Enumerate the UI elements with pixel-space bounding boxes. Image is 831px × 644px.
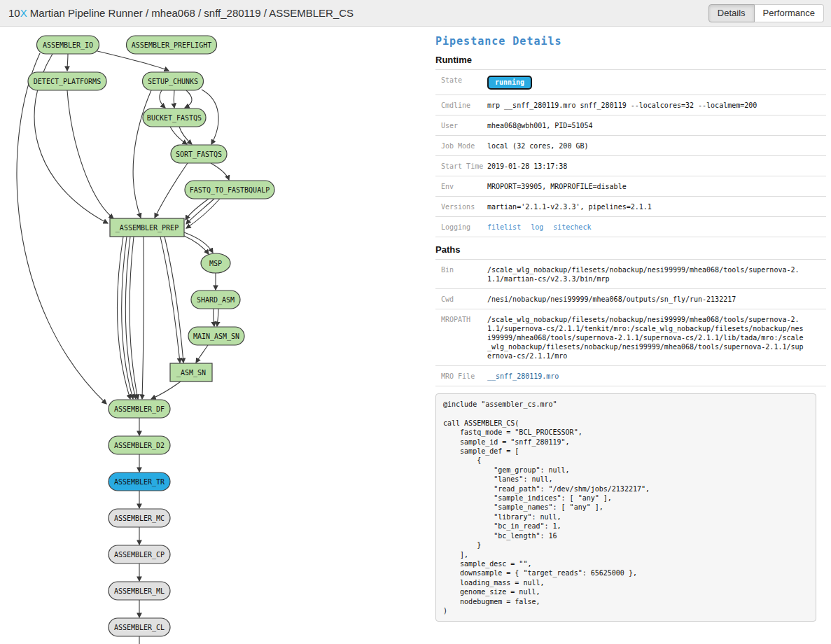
node-fastq-to-fastbqualp[interactable]: FASTQ_TO_FASTBQUALP [185,181,274,199]
node-label: ASSEMBLER_PREFLIGHT [132,41,211,50]
node-label: ASSEMBLER_ML [114,587,165,596]
edge-setup-chunks-to-bucket-fastqs [160,90,165,108]
mro-code-block: @include "assembler_cs.mro" call ASSEMBL… [435,393,816,622]
row-label: MROPATH [441,315,487,360]
row-value: /scale_wlg_nobackup/filesets/nobackup/ne… [487,265,826,284]
node-label: BUCKET_FASTQS [147,114,202,122]
edge-main-asm-sn-to--asm-sn [196,345,208,363]
view-toggle: Details Performance [708,4,824,22]
row-label: User [441,121,487,130]
brand-10: 10 [8,7,20,19]
edge-bucket-fastqs-to-sort-fastqs [179,127,192,144]
edge-assembler-prep-to-msp [184,232,213,253]
row-label: Bin [441,265,487,284]
row-label: Cmdline [441,101,487,110]
detail-row: Versionsmartian='2.1.1-v2.3.3', pipeline… [435,196,826,216]
node-setup-chunks[interactable]: SETUP_CHUNKS [143,72,204,90]
paths-heading: Paths [435,244,826,255]
row-value: /nesi/nobackup/nesi99999/mhea068/outputs… [487,295,826,304]
node-detect-platforms[interactable]: DETECT_PLATFORMS [28,72,106,90]
node-label: ASSEMBLER_D2 [114,442,165,450]
detail-row: Cmdlinemrp __snff_280119.mro snff_280119… [435,94,826,115]
edge-sort-fastqs-to--assembler-prep [155,163,188,218]
node-label: FASTQ_TO_FASTBQUALP [190,186,270,195]
performance-button[interactable]: Performance [755,4,824,22]
edge-bucket-fastqs-to-sort-fastqs [170,127,187,144]
panel-title: Pipestance Details [435,35,826,48]
node-msp[interactable]: MSP [201,253,230,273]
edge-shard-asm-to-main-asm-sn [217,309,218,326]
row-label: Start Time [441,162,487,171]
node-label: _ASSEMBLER_PREP [116,224,179,232]
row-value: martian='2.1.1-v2.3.3', pipelines=2.1.1 [487,202,826,211]
detail-row: Usermhea068@wbh001, PID=51054 [435,115,826,135]
node-assembler-tr[interactable]: ASSEMBLER_TR [109,472,170,491]
edge-shard-asm-to-main-asm-sn [214,309,214,326]
node-bucket-fastqs[interactable]: BUCKET_FASTQS [143,108,206,127]
node-label: MSP [209,260,222,267]
detail-row: Staterunning [435,69,826,94]
edge-asm-sn-to-assembler-df [151,382,181,399]
node-label: ASSEMBLER_IO [43,41,93,50]
graph-nodes: ASSEMBLER_IOASSEMBLER_PREFLIGHTDETECT_PL… [28,36,274,636]
node-label: ASSEMBLER_MC [114,514,165,523]
log-link-log[interactable]: log [531,223,543,231]
row-label: Env [441,182,487,191]
runtime-table: StaterunningCmdlinemrp __snff_280119.mro… [435,69,826,237]
detail-row: EnvMROPORT=39905, MROPROFILE=disable [435,176,826,196]
node-assembler-ml[interactable]: ASSEMBLER_ML [109,582,170,600]
detail-row: Cwd/nesi/nobackup/nesi99999/mhea068/outp… [435,288,826,309]
row-value: 2019-01-28 13:17:38 [487,162,826,171]
edge-assembler-prep-to--asm-sn [160,237,180,363]
row-value: mrp __snff_280119.mro snff_280119 --loca… [487,101,826,110]
edge-setup-chunks-to-bucket-fastqs [185,90,192,108]
edge-sort-fastqs-to-fastq-to-fastbqualp [211,163,229,180]
mro-file-link[interactable]: __snff_280119.mro [487,372,559,380]
detail-row: Job Modelocal (32 cores, 200 GB) [435,135,826,155]
node-assembler-mc[interactable]: ASSEMBLER_MC [109,509,170,527]
node-assembler-cp[interactable]: ASSEMBLER_CP [109,545,170,564]
node-label: MAIN_ASM_SN [193,332,239,341]
brand-x: X [20,7,27,19]
row-value: __snff_280119.mro [487,372,826,381]
node-label: ASSEMBLER_CP [114,551,165,559]
log-link-sitecheck[interactable]: sitecheck [553,223,591,231]
edge-assembler-io-to-assembler-df [17,53,106,404]
row-value: filelistlogsitecheck [487,223,826,232]
node-shard-asm[interactable]: SHARD_ASM [191,290,240,309]
node-assembler-cl[interactable]: ASSEMBLER_CL [109,618,170,636]
node-assembler-io[interactable]: ASSEMBLER_IO [37,36,99,54]
edge-fastq-to-fastbqualp-to--assembler-prep [186,199,214,224]
edge-setup-chunks-to-bucket-fastqs [174,90,174,108]
node-assembler-d2[interactable]: ASSEMBLER_D2 [109,436,170,454]
node-label: SORT_FASTQS [176,150,222,159]
log-link-filelist[interactable]: filelist [487,223,521,231]
state-badge: running [487,76,532,90]
row-value: MROPORT=39905, MROPROFILE=disable [487,182,826,191]
pipeline-graph: ASSEMBLER_IOASSEMBLER_PREFLIGHTDETECT_PL… [0,27,434,644]
detail-row: MROPATH/scale_wlg_nobackup/filesets/noba… [435,309,826,365]
node-assembler-prep[interactable]: _ASSEMBLER_PREP [110,218,184,237]
details-button[interactable]: Details [708,4,755,22]
node-asm-sn[interactable]: _ASM_SN [170,363,212,382]
row-label: MRO File [441,372,487,381]
node-label: DETECT_PLATFORMS [34,78,101,86]
detail-row: Loggingfilelistlogsitecheck [435,216,826,237]
node-sort-fastqs[interactable]: SORT_FASTQS [171,145,227,163]
header-bar: 10X Martian Pipeline Runner / mhea068 / … [0,0,831,27]
page-title: 10X Martian Pipeline Runner / mhea068 / … [8,7,354,19]
node-main-asm-sn[interactable]: MAIN_ASM_SN [188,327,244,345]
breadcrumb: Martian Pipeline Runner / mhea068 / snff… [27,7,354,19]
node-assembler-preflight[interactable]: ASSEMBLER_PREFLIGHT [127,36,217,54]
row-label: Job Mode [441,141,487,150]
node-label: ASSEMBLER_TR [114,478,165,486]
edge-assembler-prep-to-msp [184,236,209,254]
node-assembler-df[interactable]: ASSEMBLER_DF [109,400,170,418]
edge-assembler-prep-to--asm-sn [165,237,183,363]
detail-row: MRO File__snff_280119.mro [435,365,826,386]
edge-detect-platforms-to--assembler-prep [67,90,113,218]
row-value: local (32 cores, 200 GB) [487,141,826,150]
pipestance-details-panel: Pipestance Details Runtime StaterunningC… [435,27,826,622]
edge-assembler-prep-to-assembler-df [142,237,144,399]
runtime-heading: Runtime [435,55,826,65]
